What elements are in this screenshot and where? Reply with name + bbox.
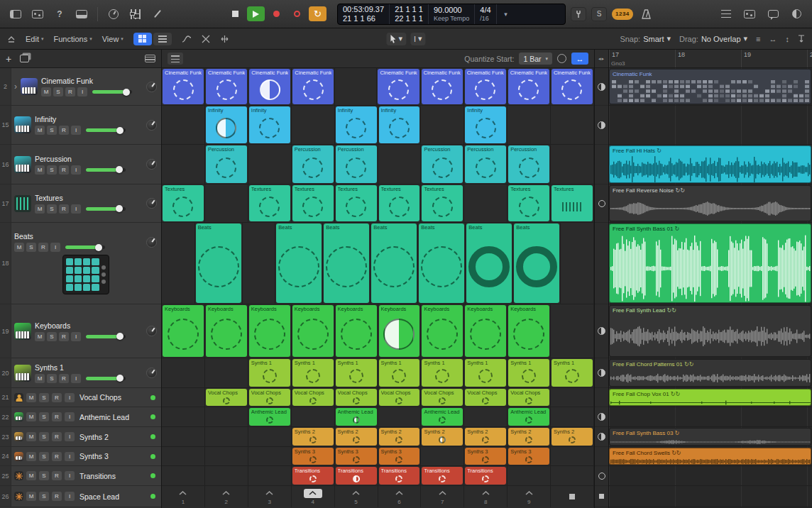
track-r-button[interactable]: R: [52, 452, 62, 461]
loop-cell[interactable]: Infinity: [206, 106, 247, 143]
flex-icon[interactable]: [220, 35, 229, 43]
bar-ruler[interactable]: Gno3 17181920: [609, 50, 812, 68]
volume-slider-thumb[interactable]: [116, 166, 123, 173]
cell-slot[interactable]: [162, 223, 195, 304]
loop-cell[interactable]: Synths 1: [508, 359, 549, 387]
track-m-button[interactable]: M: [14, 243, 24, 252]
cell-slot[interactable]: Synths 1: [508, 358, 551, 387]
catch-playhead-icon[interactable]: [798, 35, 805, 43]
volume-slider[interactable]: [86, 128, 126, 132]
loop-cell[interactable]: Synths 2: [336, 428, 377, 446]
cell-slot[interactable]: [464, 407, 508, 426]
cell-slot[interactable]: Keyboards: [421, 304, 464, 358]
track-i-button[interactable]: I: [65, 412, 75, 421]
volume-slider-thumb[interactable]: [123, 89, 130, 96]
track-m-button[interactable]: M: [41, 87, 51, 96]
track-s-button[interactable]: S: [39, 393, 49, 402]
smart-controls-icon[interactable]: [105, 7, 122, 21]
cell-slot[interactable]: [378, 145, 422, 184]
cell-slot[interactable]: Synths 2: [335, 427, 378, 446]
cell-slot[interactable]: Vocal Chops: [335, 388, 378, 407]
scene-trigger[interactable]: 6: [378, 486, 422, 507]
scene-trigger-chevron-icon[interactable]: [433, 489, 451, 498]
track-header-row[interactable]: 23MSRISynths 2: [0, 427, 161, 447]
loop-cell[interactable]: Beats: [419, 223, 464, 303]
loop-cell[interactable]: Textures: [422, 185, 463, 221]
loop-cell[interactable]: Cinematic Funk: [292, 69, 334, 104]
cell-slot[interactable]: Keyboards: [292, 304, 335, 358]
tuner-button[interactable]: [571, 7, 586, 21]
cell-slot[interactable]: Keyboards: [378, 304, 422, 358]
cell-slot[interactable]: [421, 447, 464, 465]
track-r-button[interactable]: R: [52, 393, 62, 402]
count-in-button[interactable]: 1234: [612, 9, 633, 20]
loop-cell[interactable]: Synths 1: [249, 359, 290, 387]
track-s-button[interactable]: S: [39, 471, 49, 480]
loop-cell[interactable]: Vocal Chops: [336, 389, 377, 406]
disclosure-triangle-icon[interactable]: ›: [14, 83, 17, 90]
panel-toggle-icon[interactable]: [7, 35, 16, 43]
track-lane[interactable]: Free Fall Chord Swells ↻↻: [609, 447, 812, 466]
cell-slot[interactable]: Transitions: [335, 466, 378, 485]
track-r-button[interactable]: R: [59, 332, 69, 341]
loop-cell[interactable]: Cinematic Funk: [508, 69, 549, 104]
cell-slot[interactable]: Synths 2: [464, 427, 508, 446]
track-lane[interactable]: Free Fall Synth Bass 01 ↻: [609, 223, 812, 304]
record-button[interactable]: [268, 6, 285, 21]
audio-region[interactable]: Free Fall Chord Patterns 01 ↻↻: [609, 359, 811, 387]
cell-slot[interactable]: Percussion: [464, 145, 508, 184]
track-lane[interactable]: Free Fall Hi Hats ↻: [609, 145, 812, 184]
loop-cell[interactable]: Synths 1: [465, 359, 506, 387]
loop-cell[interactable]: Vocal Chops: [422, 389, 463, 406]
loop-cell[interactable]: Synths 2: [508, 428, 549, 446]
track-lane[interactable]: [609, 106, 812, 145]
cell-slot[interactable]: [292, 407, 335, 426]
cell-slot[interactable]: Transitions: [464, 466, 508, 485]
loop-cell[interactable]: Keyboards: [379, 305, 420, 357]
lcd-display[interactable]: 00:53:09.37 21 1 1 66 21 1 1 1 22 1 1 1 …: [337, 4, 566, 25]
cell-slot[interactable]: Cinematic Funk: [162, 68, 205, 105]
track-lane[interactable]: [609, 407, 812, 427]
scene-trigger[interactable]: 9: [508, 486, 551, 507]
cell-slot[interactable]: Keyboards: [335, 304, 378, 358]
loop-cell[interactable]: Textures: [292, 185, 334, 221]
cell-slot[interactable]: [162, 427, 205, 446]
mixer-icon[interactable]: [127, 7, 144, 21]
volume-slider-thumb[interactable]: [116, 375, 124, 382]
cell-slot[interactable]: Transitions: [292, 466, 335, 485]
pan-knob[interactable]: [146, 159, 157, 170]
cell-slot[interactable]: Textures: [508, 184, 551, 222]
loop-cell[interactable]: Cinematic Funk: [206, 69, 247, 104]
audio-region[interactable]: Free Fall Synth Bass 01 ↻: [609, 223, 811, 303]
grid-autoscroll-button[interactable]: ↔: [571, 53, 588, 65]
edit-menu[interactable]: Edit▾: [26, 35, 43, 43]
loop-cell[interactable]: Synths 1: [552, 359, 593, 387]
loop-cell[interactable]: Textures: [508, 185, 549, 221]
volume-slider[interactable]: [92, 90, 132, 94]
cell-slot[interactable]: Keyboards: [248, 304, 292, 358]
cell-slot[interactable]: Beats: [466, 223, 513, 304]
loop-cell[interactable]: Beats: [276, 223, 322, 303]
stop-all-icon[interactable]: [569, 494, 575, 499]
cycle-button[interactable]: ↻: [309, 6, 327, 21]
loop-cell[interactable]: Infinity: [336, 106, 377, 143]
pan-knob[interactable]: [146, 82, 157, 92]
grid-tracks-toggle[interactable]: [595, 106, 608, 145]
cell-slot[interactable]: [248, 466, 292, 485]
inspector-icon[interactable]: [29, 7, 46, 21]
track-header-row[interactable]: 26MSRISpace Lead: [0, 486, 161, 507]
cell-slot[interactable]: Keyboards: [205, 304, 248, 358]
track-m-button[interactable]: M: [35, 165, 45, 175]
automation-icon[interactable]: [182, 35, 192, 43]
cell-slot[interactable]: [508, 466, 551, 485]
loop-cell[interactable]: Percussion: [422, 145, 463, 183]
cell-slot[interactable]: [205, 447, 248, 465]
track-r-button[interactable]: R: [52, 432, 62, 441]
list-editors-icon[interactable]: [718, 7, 735, 21]
scene-trigger[interactable]: 8: [464, 486, 508, 507]
divider-header-icon[interactable]: ◂▸: [595, 50, 608, 68]
cell-slot[interactable]: Beats: [275, 223, 323, 304]
loop-cell[interactable]: Synths 2: [292, 428, 334, 446]
cell-slot[interactable]: Percussion: [421, 145, 464, 184]
cell-slot[interactable]: [421, 106, 464, 144]
